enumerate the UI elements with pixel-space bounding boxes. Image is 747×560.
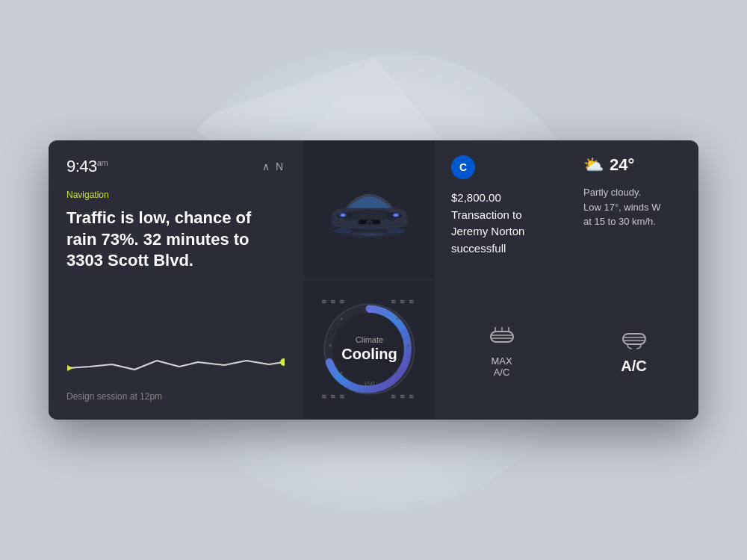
- max-ac-label: MAX A/C: [491, 355, 512, 378]
- svg-point-44: [341, 372, 343, 374]
- nav-label: Navigation: [66, 190, 285, 200]
- weather-description: Partly cloudy. Low 17°, winds W at 15 to…: [583, 185, 684, 229]
- ac-label: A/C: [621, 358, 646, 375]
- svg-point-31: [341, 214, 346, 217]
- bank-letter: C: [459, 161, 467, 173]
- svg-point-37: [386, 228, 405, 234]
- svg-point-46: [341, 318, 343, 320]
- defroster-rear-icon: [620, 323, 648, 352]
- route-chart: [66, 346, 285, 379]
- svg-point-35: [367, 221, 372, 226]
- payment-amount: $2,800.00 Transaction to Jeremy Norton s…: [451, 190, 552, 257]
- nav-message: Traffic is low, chance of rain 73%. 32 m…: [66, 208, 285, 334]
- svg-marker-22: [463, 407, 575, 504]
- svg-point-41: [397, 318, 399, 320]
- heat-lines-bottom-left: ≋≋≋: [321, 393, 348, 400]
- svg-point-40: [368, 310, 371, 313]
- dashboard: 9:43am ∧ N Navigation Traffic is low, ch…: [49, 140, 698, 420]
- climate-label-big: Cooling: [341, 346, 397, 363]
- time-value: 9:43: [66, 157, 97, 175]
- weather-tile: ⛅ 24° Partly cloudy. Low 17°, winds W at…: [568, 140, 698, 279]
- time-display: 9:43am: [66, 157, 108, 176]
- weather-header: ⛅ 24°: [583, 155, 684, 175]
- weather-temperature: 24°: [610, 155, 634, 175]
- nav-compass-icon: ∧ N: [262, 161, 285, 172]
- payment-bank-icon: C: [451, 155, 475, 179]
- ac-tile[interactable]: A/C: [568, 280, 698, 418]
- navigation-tile: 9:43am ∧ N Navigation Traffic is low, ch…: [49, 140, 303, 418]
- session-text: Design session at 12pm: [66, 391, 285, 402]
- heat-lines-bottom-right: ≋≋≋: [391, 393, 418, 400]
- climate-center: Climate Cooling: [341, 335, 397, 363]
- max-ac-tile[interactable]: MAX A/C: [436, 280, 567, 418]
- climate-label-small: Climate: [341, 335, 397, 344]
- svg-point-33: [394, 214, 399, 217]
- svg-point-42: [408, 345, 410, 347]
- svg-point-45: [329, 345, 332, 347]
- car-tile: [304, 140, 435, 279]
- defroster-front-icon: [488, 321, 516, 349]
- nav-header: 9:43am ∧ N: [66, 157, 285, 176]
- payment-text: $2,800.00 Transaction to Jeremy Norton s…: [451, 191, 524, 255]
- payment-tile: C $2,800.00 Transaction to Jeremy Norton…: [436, 140, 567, 279]
- time-suffix: am: [97, 158, 108, 167]
- svg-point-26: [280, 358, 285, 366]
- svg-marker-25: [67, 365, 73, 371]
- svg-rect-51: [623, 334, 645, 344]
- route-line: [66, 346, 285, 379]
- svg-rect-48: [491, 332, 513, 342]
- svg-point-36: [333, 228, 352, 234]
- svg-point-43: [397, 372, 399, 374]
- climate-tile[interactable]: ≋≋≋ ≋≋≋ 24°: [304, 280, 435, 418]
- weather-cloud-icon: ⛅: [583, 155, 604, 175]
- car-image: [319, 155, 420, 264]
